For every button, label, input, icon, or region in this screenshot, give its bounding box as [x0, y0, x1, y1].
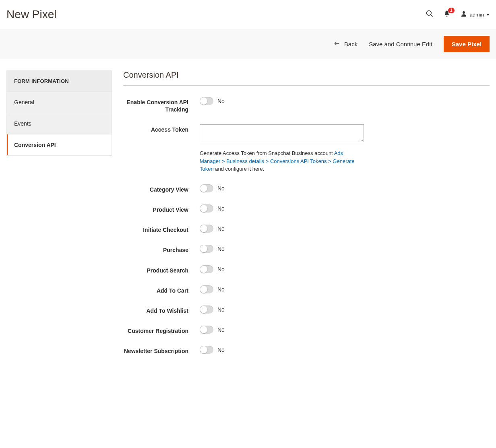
sidebar-item-general[interactable]: General [7, 92, 112, 113]
save-continue-button[interactable]: Save and Continue Edit [369, 41, 432, 47]
user-name: admin [470, 12, 484, 18]
product-search-label: Product Search [123, 265, 200, 274]
add-to-cart-value: No [217, 286, 225, 293]
customer-registration-label: Customer Registration [123, 326, 200, 334]
svg-point-0 [426, 11, 431, 16]
svg-line-1 [430, 15, 432, 17]
chevron-down-icon [486, 14, 490, 16]
product-search-toggle[interactable] [200, 265, 213, 273]
product-view-value: No [217, 205, 225, 212]
sidebar-title: FORM INFORMATION [7, 71, 112, 92]
enable-tracking-toggle[interactable] [200, 97, 213, 105]
add-to-cart-toggle[interactable] [200, 285, 213, 293]
access-token-help: Generate Access Token from Snapchat Busi… [200, 149, 364, 173]
add-to-wishlist-value: No [217, 306, 225, 313]
add-to-cart-label: Add To Cart [123, 285, 200, 294]
back-button[interactable]: Back [334, 40, 358, 48]
help-text-pre: Generate Access Token from Snapchat Busi… [200, 150, 334, 156]
category-view-toggle[interactable] [200, 184, 213, 192]
section-title: Conversion API [123, 70, 490, 86]
back-button-label: Back [344, 41, 358, 47]
access-token-label: Access Token [123, 124, 200, 133]
svg-point-3 [463, 11, 465, 14]
access-token-input[interactable] [200, 124, 364, 142]
arrow-left-icon [334, 40, 340, 48]
category-view-label: Category View [123, 184, 200, 193]
help-text-post: and configure it here. [214, 166, 265, 172]
purchase-toggle[interactable] [200, 245, 213, 253]
add-to-wishlist-label: Add To Wishlist [123, 306, 200, 314]
page-title: New Pixel [6, 8, 56, 21]
product-view-toggle[interactable] [200, 204, 213, 213]
save-pixel-button[interactable]: Save Pixel [444, 36, 490, 52]
purchase-value: No [217, 246, 225, 252]
customer-registration-value: No [217, 326, 225, 333]
user-menu[interactable]: admin [460, 10, 490, 19]
category-view-value: No [217, 185, 225, 192]
notification-badge: 1 [448, 8, 455, 13]
notifications-button[interactable]: 1 [443, 10, 451, 19]
initiate-checkout-value: No [217, 225, 225, 232]
initiate-checkout-label: Initiate Checkout [123, 225, 200, 233]
search-icon[interactable] [426, 10, 434, 19]
enable-tracking-label: Enable Conversion API Tracking [123, 97, 200, 113]
sidebar-item-events[interactable]: Events [7, 113, 112, 134]
user-icon [460, 10, 467, 19]
action-bar: Back Save and Continue Edit Save Pixel [0, 29, 496, 59]
sidebar-item-conversion-api[interactable]: Conversion API [7, 134, 112, 155]
product-view-label: Product View [123, 204, 200, 213]
add-to-wishlist-toggle[interactable] [200, 306, 213, 314]
newsletter-subscription-value: No [217, 347, 225, 353]
newsletter-subscription-toggle[interactable] [200, 346, 213, 354]
customer-registration-toggle[interactable] [200, 326, 213, 334]
enable-tracking-value: No [217, 98, 225, 104]
svg-point-2 [446, 16, 447, 17]
product-search-value: No [217, 266, 225, 273]
form-tabs-sidebar: FORM INFORMATION General Events Conversi… [6, 70, 112, 156]
initiate-checkout-toggle[interactable] [200, 225, 213, 233]
newsletter-subscription-label: Newsletter Subscription [123, 346, 200, 355]
purchase-label: Purchase [123, 245, 200, 254]
